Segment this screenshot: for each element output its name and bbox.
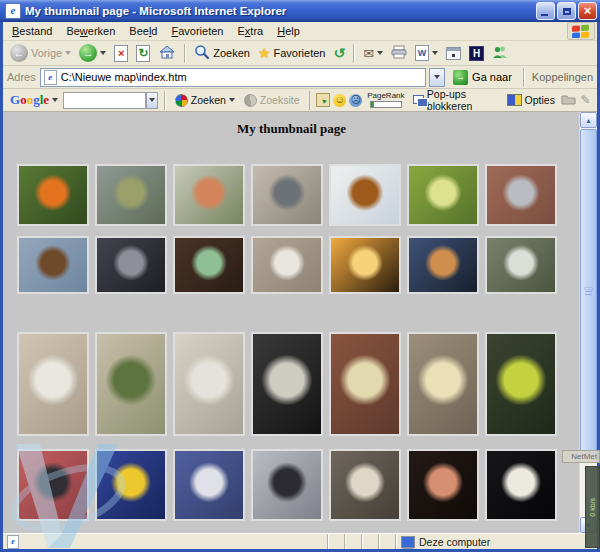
refresh-button[interactable]: ↻ [133,44,153,63]
thumbnail-white-rose-dark-background[interactable] [485,449,557,521]
thumbnail-sunset-silhouettes[interactable] [329,236,401,294]
chevron-down-icon [149,98,155,102]
folder-button[interactable] [561,93,576,107]
thumbnail-plant-in-stone-vase[interactable] [95,332,167,436]
google-search-label: Zoeken [191,94,226,106]
pagerank-fill [371,102,374,107]
options-button[interactable]: Opties [504,93,558,107]
minimize-button[interactable] [536,2,555,20]
thumbnail-stone-duck-head[interactable] [329,332,401,436]
search-dropdown-icon[interactable] [229,98,235,102]
thumbnail-wine-glass-dark-background[interactable] [251,332,323,436]
google-logo-button[interactable]: Google [8,92,60,108]
thumbnail-row-3 [17,332,580,436]
vote-sad-button[interactable]: ☹ [349,94,362,107]
mail-dropdown-icon[interactable] [377,51,383,55]
thumbnail-yellow-plant-by-window[interactable] [485,332,557,436]
popup-blocker-icon [413,95,424,106]
menu-bar: BestandBewerkenBeeldFavorietenExtraHelp [3,22,597,41]
thumbnail-bird-in-cage[interactable] [251,164,323,226]
menu-item-beeld[interactable]: Beeld [122,24,164,38]
search-button[interactable]: Zoeken [191,43,253,63]
vertical-scrollbar[interactable]: ▲ ▼ [579,112,597,533]
thumbnail-hooks-on-red-wall[interactable] [17,449,89,521]
thumbnail-decorated-bottle-windowsill[interactable] [17,332,89,436]
mail-button[interactable]: ✉ [360,46,386,61]
vote-happy-button[interactable]: ☺ [333,94,346,107]
maximize-button[interactable] [557,2,576,20]
word-icon: W [415,45,429,61]
google-search-input[interactable] [63,92,146,109]
print-button[interactable] [388,44,410,62]
stop-button[interactable]: × [111,44,131,63]
toolbar-separator [309,91,311,110]
thumbnail-fireworks-packages[interactable] [95,449,167,521]
address-input[interactable]: e C:\Nieuwe map\index.htm [40,68,426,87]
title-bar: e My thumbnail page - Microsoft Internet… [0,0,600,22]
popup-blocker-button[interactable]: Pop-ups blokkeren [410,87,501,113]
thumbnail-frosted-fence-web[interactable] [485,236,557,294]
thumbnail-dusk-sky-horizon[interactable] [407,236,479,294]
google-search-button[interactable]: Zoeken [172,93,238,108]
history-button[interactable]: ↺ [330,45,348,61]
menu-item-extra[interactable]: Extra [230,24,270,38]
menu-item-bestand[interactable]: Bestand [5,24,59,38]
close-button[interactable]: × [578,2,597,20]
thumbnail-orange-roses-bouquet[interactable] [173,164,245,226]
thumbnail-snowy-garden-wall[interactable] [251,236,323,294]
edit-dropdown-icon[interactable] [432,51,438,55]
highlighter-icon[interactable]: ✎ [579,93,592,107]
thumbnail-dried-plant-sculpture[interactable] [95,164,167,226]
home-button[interactable] [155,43,179,63]
thumbnail-stone-duck-statue[interactable] [407,332,479,436]
google-search-dropdown-button[interactable] [146,92,158,109]
search-site-label: Zoeksite [260,94,300,106]
window-controls: × [536,2,597,20]
forward-dropdown-icon[interactable] [100,51,106,55]
thumbnail-row-2 [17,236,580,294]
scrollbar-thumb[interactable] [580,129,597,454]
forward-button[interactable]: → [76,43,109,63]
messenger-icon [492,45,508,61]
address-bar: Adres e C:\Nieuwe map\index.htm → Ga naa… [3,66,597,89]
go-label: Ga naar [472,71,512,83]
maximize-icon [563,8,571,15]
search-site-button[interactable]: Zoeksite [241,93,303,108]
thumbnail-branch-against-corrugated-wall[interactable] [17,236,89,294]
h-app-button[interactable]: H [466,45,487,62]
menu-item-favorieten[interactable]: Favorieten [164,24,230,38]
links-label[interactable]: Koppelingen [532,71,593,83]
thumbnail-orange-lily-flower[interactable] [17,164,89,226]
my-computer-icon [401,536,415,548]
forward-icon: → [79,44,97,62]
discuss-button[interactable] [443,46,464,61]
scroll-down-button[interactable]: ▼ [580,517,597,533]
thumbnail-pictures-on-blue-wall[interactable] [173,449,245,521]
document-icon: e [7,535,19,549]
thumbnail-mermaid-figurine[interactable] [173,236,245,294]
windows-logo-icon [567,22,595,40]
menu-item-bewerken[interactable]: Bewerken [59,24,122,38]
thumbnail-water-tap-on-brick-wall[interactable] [485,164,557,226]
thumbnail-variegated-leaves[interactable] [407,164,479,226]
google-dropdown-icon[interactable] [52,98,58,102]
menu-item-help[interactable]: Help [270,24,307,38]
popup-blocker-label: Pop-ups blokkeren [427,88,498,112]
thumbnail-shelf-with-figurines[interactable] [329,449,401,521]
thumbnail-frosted-keyboard[interactable] [95,236,167,294]
thumbnail-statue-on-pink-column[interactable] [407,449,479,521]
pagerank-indicator[interactable]: PageRank [365,92,406,108]
thumbnail-champagne-flute[interactable] [173,332,245,436]
page-info-button[interactable]: ▲ [316,93,330,107]
google-toolbar: Google Zoeken Zoeksite ▲ ☺ [3,89,597,112]
thumbnail-cup-of-tea-with-spoon[interactable] [329,164,401,226]
scroll-up-button[interactable]: ▲ [580,112,597,128]
favorites-button[interactable]: ★ Favorieten [255,45,329,61]
thumbnail-metallic-foil[interactable] [251,449,323,521]
go-button[interactable]: → Ga naar [449,70,516,85]
back-dropdown-icon[interactable] [65,51,71,55]
edit-with-word-button[interactable]: W [412,44,441,62]
messenger-button[interactable] [489,44,511,62]
address-dropdown-button[interactable] [429,68,445,87]
back-button[interactable]: ← Vorige [7,43,74,63]
